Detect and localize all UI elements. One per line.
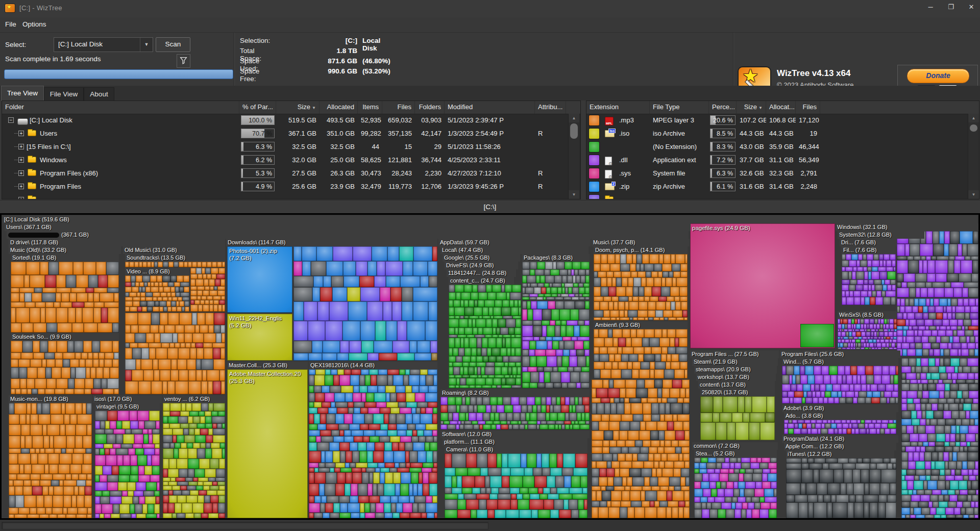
treemap-mosaic[interactable] xyxy=(522,262,590,300)
treemap-folder-label[interactable]: [C:] Local Disk (519.6 GB) xyxy=(3,216,977,223)
treemap-folder-label[interactable]: Soundtracks\ (13.5 GB) xyxy=(125,254,225,262)
treemap-folder-label[interactable]: Downloads\ (114.7 GB) xyxy=(226,239,437,246)
treemap-mosaic[interactable] xyxy=(309,369,437,518)
treemap-folder-label[interactable]: Packages\ (8.3 GB) xyxy=(522,254,590,262)
treemap-folder-label[interactable]: Wind... (5.7 GB) xyxy=(782,358,898,366)
treemap-folder-label[interactable]: System32\ (12.8 GB) xyxy=(838,231,924,239)
tree-expander[interactable]: + xyxy=(18,144,24,149)
treemap-mosaic[interactable] xyxy=(190,268,225,312)
treemap-folder-label[interactable]: WinSxS\ (8.5 GB) xyxy=(838,311,897,319)
treemap-folder-label[interactable]: Music (Old)\ (33.2 GB) xyxy=(9,246,121,254)
treemap-folder-label[interactable]: Music\ (37.7 GB) xyxy=(592,239,690,246)
treemap-mosaic[interactable] xyxy=(445,453,587,518)
treemap-mosaic[interactable] xyxy=(782,366,898,403)
treemap-folder-label[interactable]: D drive\ (117.8 GB) xyxy=(9,239,225,246)
minimize-button[interactable]: ─ xyxy=(926,3,935,11)
column-header-file-type[interactable]: File Type xyxy=(650,101,709,114)
treemap-folder-label[interactable]: content\ (13.7 GB) xyxy=(698,381,775,389)
treemap-mosaic[interactable] xyxy=(11,341,119,394)
treemap-folder-label[interactable]: Ado... (3.8 GB) xyxy=(784,412,896,420)
table-row[interactable]: .isoiso Archive8.5 %44.3 GB44.3 GB19 xyxy=(586,127,979,140)
treemap-folder-label[interactable]: platform... (11.1 GB) xyxy=(443,438,587,446)
table-row[interactable]: −[C:] Local Disk100.0 %519.5 GB493.5 GB5… xyxy=(2,114,580,127)
treemap-folder-label[interactable]: Apple Com... (12.2 GB) xyxy=(784,443,896,450)
column-header-files[interactable]: Files xyxy=(382,101,415,114)
drive-select[interactable]: [C:] Local Disk ▼ xyxy=(54,37,153,52)
treemap-mosaic[interactable] xyxy=(594,329,688,378)
treemap-folder-label[interactable]: Music-mon... (19.8 GB) xyxy=(9,395,92,403)
tree-expander[interactable]: + xyxy=(18,131,24,136)
column-header-allocat-[interactable]: Allocat... xyxy=(766,101,796,114)
extension-table-scrollbar[interactable]: ▲ ▼ xyxy=(968,114,979,199)
treemap-folder-label[interactable]: Stea... (5.2 GB) xyxy=(694,450,777,458)
scroll-up-icon[interactable]: ▲ xyxy=(968,114,979,122)
treemap-mosaic[interactable] xyxy=(700,396,775,440)
treemap[interactable]: Photos-001 (2).zip (7.2 GB)Win11_22H2_En… xyxy=(2,215,978,518)
treemap-block[interactable] xyxy=(800,324,834,347)
treemap-folder-label[interactable]: iTunes\ (12.2 GB) xyxy=(786,450,894,458)
treemap-folder-label[interactable]: Windows\ (32.1 GB) xyxy=(836,223,978,231)
treemap-folder-label[interactable]: Software\ (12.0 GB) xyxy=(440,431,590,438)
treemap-mosaic[interactable] xyxy=(897,231,978,297)
treemap-mosaic[interactable] xyxy=(786,458,896,518)
tab-about[interactable]: About xyxy=(84,87,114,101)
table-row[interactable]: +Program Files (x86)5.3 %27.5 GB26.3 GB3… xyxy=(2,167,580,180)
treemap-folder-label[interactable]: vintage\ (9.5 GB) xyxy=(95,403,160,411)
table-row[interactable]: .dllApplication ext7.2 %37.7 GB31.1 GB56… xyxy=(586,154,979,167)
treemap-block[interactable]: Photos-001 (2).zip (7.2 GB) xyxy=(227,246,292,313)
table-row[interactable]: .zipzip Archive6.1 %31.6 GB31.4 GB2,248 xyxy=(586,180,979,193)
menu-file[interactable]: File xyxy=(5,20,16,28)
treemap-folder-label[interactable]: Sorted\ (19.1 GB) xyxy=(11,254,119,262)
column-header-perce-[interactable]: Perce... xyxy=(709,101,737,114)
treemap-mosaic[interactable] xyxy=(897,298,978,356)
menu-options[interactable]: Options xyxy=(22,20,46,28)
column-header-files[interactable]: Files xyxy=(796,101,820,114)
column-header-allocated[interactable]: Allocated xyxy=(320,101,358,114)
treemap-mosaic[interactable] xyxy=(125,275,189,312)
treemap-folder-label[interactable]: DriveFS\ (24.9 GB) xyxy=(445,262,518,269)
treemap-folder-label[interactable]: Users\ (367.1 GB) xyxy=(5,223,691,231)
column-header-size[interactable]: Size▼ xyxy=(276,101,320,114)
column-header-modified[interactable]: Modified xyxy=(445,101,535,114)
column-header-items[interactable]: Items xyxy=(358,101,382,114)
treemap-mosaic[interactable] xyxy=(95,411,160,518)
treemap-folder-label[interactable]: common\ (7.2 GB) xyxy=(692,442,778,450)
tab-file-view[interactable]: File View xyxy=(44,87,84,101)
scroll-up-icon[interactable]: ▲ xyxy=(569,114,579,122)
treemap-folder-label[interactable]: Master.Coll... (25.3 GB) xyxy=(227,362,308,369)
treemap-mosaic[interactable] xyxy=(522,301,590,388)
treemap-folder-label[interactable]: Roaming\ (8.2 GB) xyxy=(440,389,590,397)
tab-tree-view[interactable]: Tree View xyxy=(1,86,44,101)
tree-expander[interactable]: − xyxy=(8,117,14,123)
treemap-folder-label[interactable]: steamapps\ (20.9 GB) xyxy=(694,366,777,373)
scrollbar-thumb[interactable] xyxy=(570,123,578,139)
treemap-folder-label[interactable]: 118412447... (24.8 GB) xyxy=(447,269,516,277)
treemap-folder-label[interactable]: Camera\ (11.0 GB) xyxy=(445,446,587,453)
treemap-mosaic[interactable] xyxy=(11,262,119,333)
table-row[interactable]: +Windows6.2 %32.0 GB25.0 GB58,625121,881… xyxy=(2,154,580,167)
chevron-down-icon[interactable]: ▼ xyxy=(140,38,153,52)
treemap-folder-label[interactable]: Dri... (7.6 GB) xyxy=(840,239,897,246)
scrollbar-thumb[interactable] xyxy=(970,124,977,132)
scroll-down-icon[interactable]: ▼ xyxy=(569,190,579,199)
maximize-button[interactable]: ❐ xyxy=(946,3,955,11)
treemap-folder-label[interactable]: 250820\ (13.7 GB) xyxy=(700,389,775,396)
treemap-folder-label[interactable]: Soulseek So... (9.9 GB) xyxy=(11,333,119,341)
close-button[interactable]: ✕ xyxy=(967,3,976,11)
treemap-folder-label[interactable]: content_c... (24.7 GB) xyxy=(449,277,514,285)
treemap-mosaic[interactable] xyxy=(449,285,521,388)
treemap-block[interactable]: Win11_22H2_Englis (5.2 GB) xyxy=(227,314,292,361)
treemap-mosaic[interactable] xyxy=(594,254,688,320)
treemap-folder-label[interactable]: (367.1 GB) xyxy=(7,231,689,239)
table-row[interactable]: +[15 Files in C:\]6.3 %32.5 GB32.5 GB441… xyxy=(2,140,580,154)
column-header-folder[interactable]: Folder xyxy=(2,101,239,114)
treemap-folder-label[interactable]: Doom, psych, p... (14.1 GB) xyxy=(594,246,688,254)
scan-button[interactable]: Scan xyxy=(156,37,190,52)
treemap-mosaic[interactable] xyxy=(9,403,92,518)
treemap-mosaic[interactable] xyxy=(694,458,777,518)
table-row[interactable]: + xyxy=(2,193,580,199)
tree-expander[interactable]: + xyxy=(18,184,24,189)
column-header-attribu-[interactable]: Attribu... xyxy=(535,101,566,114)
column-header-size[interactable]: Size▼ xyxy=(737,101,766,114)
column-header-extension[interactable]: Extension xyxy=(586,101,650,114)
